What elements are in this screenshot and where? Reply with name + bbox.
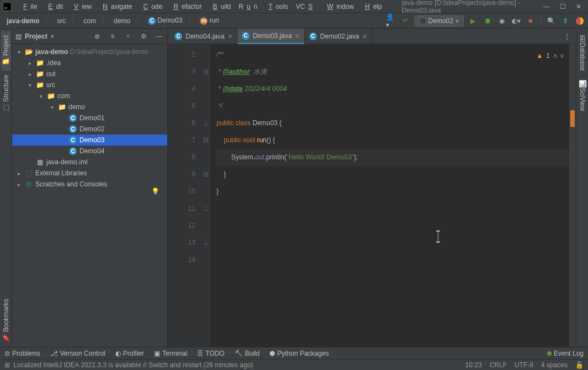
tree-com[interactable]: ▾📁com — [12, 90, 167, 101]
project-view-dropdown[interactable]: ▾ — [51, 33, 54, 40]
fold-end-icon[interactable]: ⊥ — [202, 200, 209, 217]
status-encoding[interactable]: UTF-8 — [515, 361, 533, 369]
run-button[interactable]: ▶ — [468, 16, 478, 26]
tool-eventlog[interactable]: Event Log — [547, 350, 584, 357]
menu-code[interactable]: Code — [136, 2, 166, 12]
fold-end-icon[interactable]: ⊥ — [202, 234, 209, 251]
intention-bulb-icon[interactable]: 💡 — [151, 183, 160, 200]
tree-demo[interactable]: ▾📁demo — [12, 101, 167, 112]
close-button[interactable]: ✕ — [576, 3, 581, 10]
tool-python[interactable]: ⬢Python Packages — [269, 350, 329, 357]
user-icon[interactable]: 👤▾ — [386, 16, 396, 26]
update-icon[interactable]: ⬆ — [560, 16, 570, 26]
back-icon[interactable]: ↶ — [400, 16, 410, 26]
tree-iml[interactable]: ▦java-demo.iml — [12, 157, 167, 168]
editor-area: CDemo04.java× CDemo03.java× CDemo02.java… — [168, 29, 576, 347]
project-panel-title: Project — [25, 33, 47, 40]
project-panel-header: ▤ Project ▾ ⊕ ≡ ÷ ⚙ ― — [12, 29, 167, 44]
settings-icon[interactable]: ⚙ — [139, 31, 149, 41]
next-problem-icon[interactable]: v — [560, 47, 564, 65]
tree-root[interactable]: ▾📂java-demo D:\IdeaProjects\java-demo — [12, 46, 167, 57]
tool-problems[interactable]: ⊘Problems — [4, 350, 40, 357]
menu-help[interactable]: Help — [358, 2, 385, 12]
status-lineending[interactable]: CRLF — [490, 361, 507, 369]
tree-demo04[interactable]: CDemo04 — [12, 146, 167, 157]
warning-icon[interactable]: ▲ — [536, 47, 543, 65]
crumb-class[interactable]: CDemo03 — [145, 15, 186, 26]
tree-out[interactable]: ▸📁out — [12, 68, 167, 79]
status-message[interactable]: Localized IntelliJ IDEA 2021.3.3 is avai… — [13, 361, 253, 369]
tree-scratches[interactable]: ▸⊙Scratches and Consoles — [12, 179, 167, 190]
tree-src[interactable]: ▾📁src — [12, 79, 167, 90]
close-icon[interactable]: × — [228, 32, 232, 41]
status-readonly-icon[interactable]: 🔓 — [575, 361, 584, 369]
crumb-demo[interactable]: demo — [110, 16, 134, 26]
prev-problem-icon[interactable]: ʌ — [553, 47, 557, 65]
tool-build[interactable]: 🔨Build — [235, 350, 260, 357]
minimize-button[interactable]: ― — [543, 3, 550, 10]
menu-file[interactable]: File — [17, 2, 40, 12]
tree-idea[interactable]: ▸📁.idea — [12, 57, 167, 68]
menu-build[interactable]: Build — [206, 2, 235, 12]
maximize-button[interactable]: ☐ — [560, 3, 566, 10]
crumb-src[interactable]: src — [54, 16, 69, 26]
project-panel: ▤ Project ▾ ⊕ ≡ ÷ ⚙ ― ▾📂java-demo D:\Ide… — [12, 29, 168, 347]
status-indent[interactable]: 4 spaces — [541, 361, 568, 369]
menu-refactor[interactable]: Refactor — [167, 2, 205, 12]
project-view-icon: ▤ — [15, 33, 22, 40]
statusbar-toggle-icon[interactable]: ⊞ — [4, 361, 10, 369]
code-content[interactable]: /** * @author 水滴 * @date 2022/4/4 0004 *… — [210, 44, 569, 347]
app-run-icon — [420, 18, 426, 24]
fold-end-icon[interactable]: ⊥ — [202, 115, 209, 132]
tab-demo02[interactable]: CDemo02.java× — [305, 29, 372, 44]
tree-demo01[interactable]: CDemo01 — [12, 112, 167, 124]
fold-icon[interactable]: ⊟ — [202, 63, 209, 81]
menu-tools[interactable]: Tools — [262, 2, 291, 12]
menu-view[interactable]: View — [67, 2, 95, 12]
close-icon[interactable]: × — [295, 31, 300, 40]
tool-vcs[interactable]: ⎇Version Control — [50, 350, 105, 357]
collapse-all-icon[interactable]: ÷ — [123, 31, 133, 41]
profile-button[interactable]: ◐▾ — [511, 16, 521, 26]
expand-all-icon[interactable]: ≡ — [108, 31, 118, 41]
coverage-button[interactable]: ◉ — [497, 16, 507, 26]
menu-window[interactable]: Window — [320, 2, 357, 12]
fold-icon[interactable]: ⊟ — [202, 166, 209, 183]
select-opened-file-icon[interactable]: ⊕ — [92, 31, 102, 41]
hide-panel-icon[interactable]: ― — [154, 31, 164, 41]
code-editor[interactable]: 2345678910💡11121314 ⊟ ⊥⊟ ⊟ ⊥ ⊥ /** * @au… — [168, 44, 576, 347]
debug-button[interactable]: ⬢ — [483, 16, 492, 26]
sidebar-project[interactable]: 📁Project — [1, 31, 11, 71]
run-config-selector[interactable]: Demo02 ▾ — [415, 15, 464, 26]
line-gutter: 2345678910💡11121314 — [168, 44, 202, 347]
fold-icon[interactable]: ⊟ — [202, 132, 209, 149]
crumb-project[interactable]: java-demo — [3, 16, 43, 26]
tree-demo03[interactable]: CDemo03 — [12, 135, 167, 146]
tabs-more-icon[interactable]: ⋮ — [558, 33, 576, 40]
menu-edit[interactable]: Edit — [41, 2, 66, 12]
menu-run[interactable]: Run — [235, 2, 261, 12]
menu-navigate[interactable]: Navigate — [96, 2, 135, 12]
tree-demo02[interactable]: CDemo02 — [12, 124, 167, 135]
ide-scripting-icon[interactable] — [575, 16, 585, 26]
sidebar-sciview[interactable]: 📊SciView — [578, 75, 587, 115]
editor-scrollbar[interactable] — [569, 44, 576, 347]
tree-external-libs[interactable]: ▸⬚External Libraries — [12, 168, 167, 179]
tool-terminal[interactable]: ▣Terminal — [154, 350, 187, 357]
stop-button[interactable]: ■ — [526, 16, 536, 26]
tab-demo04[interactable]: CDemo04.java× — [170, 29, 237, 44]
status-position[interactable]: 10:23 — [465, 361, 482, 369]
sidebar-structure[interactable]: ⬚Structure — [1, 71, 11, 116]
crumb-com[interactable]: com — [80, 16, 99, 26]
tool-profiler[interactable]: ◐Profiler — [115, 350, 144, 357]
navbar: java-demo〉 src〉 com〉 demo〉 CDemo03〉 mrun… — [0, 13, 588, 29]
tab-demo03[interactable]: CDemo03.java× — [237, 29, 305, 44]
close-icon[interactable]: × — [363, 32, 367, 41]
search-icon[interactable]: 🔍 — [546, 16, 556, 26]
main-body: 📁Project ⬚Structure 🔖Bookmarks ▤ Project… — [0, 29, 588, 347]
sidebar-bookmarks[interactable]: 🔖Bookmarks — [1, 294, 11, 347]
tool-todo[interactable]: ☰TODO — [197, 350, 224, 357]
menu-vcs[interactable]: VCS — [293, 2, 320, 12]
crumb-method[interactable]: mrun — [197, 15, 222, 26]
sidebar-database[interactable]: 🗄Database — [578, 31, 587, 75]
